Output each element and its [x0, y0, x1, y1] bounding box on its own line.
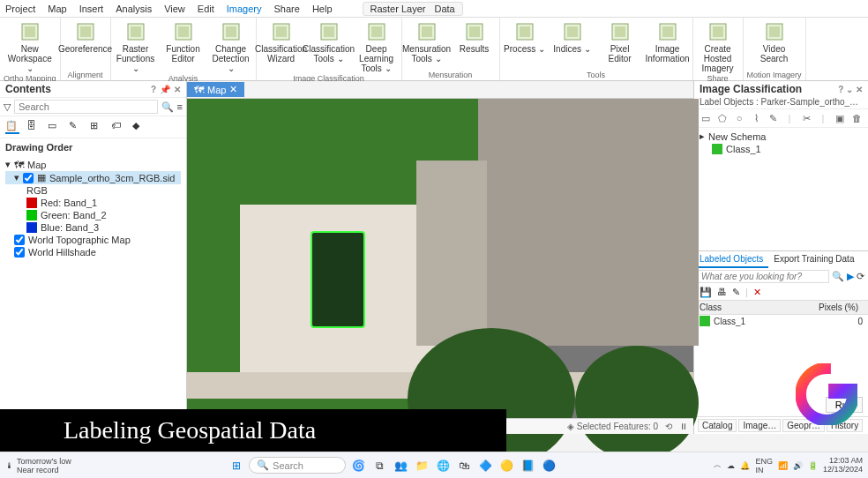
lasso-tool-icon[interactable]: ⌇ [750, 112, 762, 124]
list-by-labeling-icon[interactable]: 🏷 [111, 120, 125, 134]
clock[interactable]: 12:03 AM12/13/2024 [823, 457, 863, 474]
task-view-icon[interactable]: ⧉ [370, 457, 388, 474]
explorer-icon[interactable]: 📁 [413, 457, 430, 474]
segment-tool-icon[interactable]: ✂ [800, 112, 812, 124]
list-by-selection-icon[interactable]: ▭ [48, 120, 62, 134]
collapse-icon[interactable]: ▾ [14, 172, 19, 183]
map-view[interactable]: 🗺 Map ✕ ◈ Selected Features: 0 ⟲ ⏸ [187, 81, 693, 434]
list-by-source-icon[interactable]: 🗄 [26, 120, 41, 134]
ribbon-button[interactable]: Mensuration Tools ⌄ [406, 19, 448, 63]
ribbon-button[interactable]: Raster Functions ⌄ [115, 19, 157, 73]
copilot-icon[interactable]: 🌀 [349, 457, 367, 474]
tab-labeled-objects[interactable]: Labeled Objects [694, 251, 768, 268]
map-node[interactable]: ▾ 🗺 Map [5, 158, 181, 171]
play-icon[interactable]: ▶ [847, 271, 854, 282]
context-tab-raster-layer[interactable]: Raster Layer [370, 4, 426, 14]
col-pixels[interactable]: Pixels (%) [815, 301, 868, 314]
ribbon-button[interactable]: Deep Learning Tools ⌄ [355, 19, 398, 73]
wifi-icon[interactable]: 📶 [778, 461, 788, 470]
band-row[interactable]: Red: Band_1 [5, 197, 181, 209]
ribbon-button[interactable]: Georeference [64, 19, 107, 54]
refresh-icon[interactable]: ⟲ [665, 422, 672, 431]
tab-image[interactable]: Image… [738, 419, 781, 432]
pin-icon[interactable]: 📌 [160, 85, 170, 94]
ribbon-button[interactable]: Indices ⌄ [551, 19, 594, 63]
store-icon[interactable]: 🛍 [455, 457, 473, 474]
list-by-drawing-icon[interactable]: 📋 [5, 120, 19, 134]
close-tab-icon[interactable]: ✕ [229, 84, 237, 95]
map-tab[interactable]: 🗺 Map ✕ [187, 82, 244, 97]
pause-icon[interactable]: ⏸ [679, 422, 688, 431]
col-class[interactable]: Class [694, 301, 815, 314]
ribbon-button[interactable]: Process ⌄ [504, 19, 546, 63]
basemap-checkbox[interactable] [14, 247, 25, 258]
search-icon[interactable]: 🔍 [161, 101, 174, 113]
list-by-editing-icon[interactable]: ✎ [69, 120, 83, 134]
search-icon[interactable]: 🔍 [832, 271, 844, 282]
rectangle-tool-icon[interactable]: ▭ [700, 112, 712, 124]
bell-icon[interactable]: 🔔 [740, 461, 750, 470]
word-icon[interactable]: 📘 [519, 457, 536, 474]
ribbon-button[interactable]: New Workspace ⌄ [9, 19, 51, 73]
ribbon-button[interactable]: Video Search [753, 19, 796, 63]
print-icon[interactable]: 🖶 [717, 287, 727, 298]
collapse-icon[interactable]: ▾ [5, 159, 11, 170]
freehand-tool-icon[interactable]: ✎ [767, 112, 779, 124]
help-icon[interactable]: ? [151, 85, 156, 94]
menu-icon[interactable]: ≡ [177, 101, 183, 112]
polygon-tool-icon[interactable]: ⬠ [716, 112, 729, 124]
delete-tool-icon[interactable]: 🗑 [850, 112, 863, 124]
close-panel-icon[interactable]: ✕ [174, 85, 181, 94]
raster-layer-row[interactable]: ▾ ▦ Sample_ortho_3cm_RGB.sid [5, 171, 181, 184]
chrome-icon[interactable]: 🟡 [498, 457, 515, 474]
save-icon[interactable]: 💾 [700, 287, 712, 298]
ribbon-button[interactable]: Change Detection ⌄ [210, 19, 252, 73]
schema-class-row[interactable]: Class_1 [700, 143, 863, 155]
ribbon-button[interactable]: Function Editor [162, 19, 205, 73]
ribbon-button[interactable]: Classification Wizard [260, 19, 303, 73]
menu-edit[interactable]: Edit [198, 4, 214, 14]
chevron-up-icon[interactable]: ︿ [714, 459, 722, 471]
labeled-car-bbox[interactable] [311, 231, 365, 328]
menu-project[interactable]: Project [5, 4, 35, 14]
tab-export-training[interactable]: Export Training Data [768, 251, 859, 268]
basemap-row[interactable]: World Hillshade [5, 246, 181, 258]
context-tab-data[interactable]: Data [434, 4, 454, 14]
language-indicator[interactable]: ENGIN [755, 457, 773, 474]
ribbon-button[interactable]: Results [453, 19, 496, 63]
table-row[interactable]: Class_1 0 [694, 315, 868, 327]
basemap-checkbox[interactable] [14, 235, 25, 245]
filter-icon[interactable]: ▽ [4, 101, 11, 113]
circle-tool-icon[interactable]: ○ [733, 112, 745, 124]
taskbar-search[interactable]: 🔍 Search [249, 457, 346, 474]
ribbon-button[interactable]: Create Hosted Imagery [697, 19, 739, 73]
layer-visibility-checkbox[interactable] [23, 173, 34, 183]
delete-icon[interactable]: ✕ [753, 287, 761, 298]
edit-icon[interactable]: ✎ [732, 287, 740, 298]
labeled-search-input[interactable] [698, 270, 829, 283]
menu-view[interactable]: View [164, 4, 185, 14]
menu-imagery[interactable]: Imagery [227, 4, 262, 14]
menu-share[interactable]: Share [274, 4, 300, 14]
menu-insert[interactable]: Insert [79, 4, 104, 14]
weather-widget[interactable]: 🌡 Tomorrow's low Near record [5, 457, 71, 474]
menu-help[interactable]: Help [312, 4, 333, 14]
loop-icon[interactable]: ⟳ [857, 271, 864, 282]
menu-analysis[interactable]: Analysis [116, 4, 152, 14]
menu-map[interactable]: Map [48, 4, 66, 14]
battery-icon[interactable]: 🔋 [808, 461, 818, 470]
tab-catalog[interactable]: Catalog [698, 419, 737, 432]
ribbon-button[interactable]: Pixel Editor [599, 19, 641, 63]
basemap-row[interactable]: World Topographic Map [5, 234, 181, 246]
teams-icon[interactable]: 👥 [392, 457, 409, 474]
volume-icon[interactable]: 🔊 [793, 461, 803, 470]
schema-root[interactable]: ▸ New Schema [700, 130, 863, 143]
select-tool-icon[interactable]: ▣ [834, 112, 846, 124]
app-icon[interactable]: 🔷 [476, 457, 494, 474]
start-button[interactable]: ⊞ [228, 457, 245, 474]
map-canvas[interactable] [187, 99, 693, 434]
band-row[interactable]: Blue: Band_3 [5, 221, 181, 234]
contents-search-input[interactable] [14, 100, 158, 114]
arcgis-icon[interactable]: 🔵 [540, 457, 557, 474]
band-row[interactable]: Green: Band_2 [5, 209, 181, 221]
